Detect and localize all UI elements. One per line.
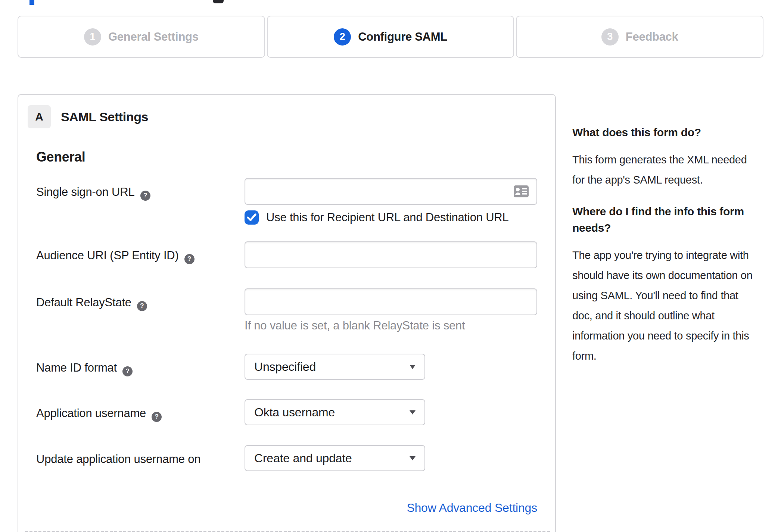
- chevron-down-icon: [410, 410, 416, 414]
- help-sidebar: What does this form do? This form genera…: [572, 124, 774, 379]
- step-2-label: Configure SAML: [358, 30, 447, 44]
- step-3-label: Feedback: [626, 30, 678, 44]
- help-icon[interactable]: ?: [152, 412, 162, 422]
- name-id-format-label: Name ID format?: [36, 354, 245, 376]
- advanced-settings-row: Show Advanced Settings: [36, 501, 537, 515]
- help-icon[interactable]: ?: [137, 301, 147, 311]
- step-configure-saml[interactable]: 2 Configure SAML: [267, 16, 514, 58]
- cutoff-logo-fragment: [29, 0, 34, 5]
- default-relaystate-label: Default RelayState?: [36, 288, 245, 311]
- update-app-username-select[interactable]: Create and update: [245, 445, 425, 471]
- step-1-circle: 1: [84, 28, 101, 46]
- recipient-url-check-row: Use this for Recipient URL and Destinati…: [245, 210, 537, 225]
- row-application-username: Application username? Okta username: [36, 399, 537, 425]
- audience-uri-label: Audience URI (SP Entity ID)?: [36, 241, 245, 264]
- recipient-url-checkbox[interactable]: [245, 210, 259, 225]
- cutoff-icon-fragment: [213, 0, 224, 3]
- step-1-label: General Settings: [108, 30, 199, 44]
- contact-card-icon[interactable]: [513, 185, 529, 198]
- audience-uri-label-text: Audience URI (SP Entity ID): [36, 249, 179, 262]
- sidebar-body-what: This form generates the XML needed for t…: [572, 150, 774, 190]
- section-title: SAML Settings: [61, 110, 148, 124]
- step-general-settings[interactable]: 1 General Settings: [18, 16, 265, 58]
- audience-uri-input[interactable]: [245, 241, 537, 268]
- recipient-url-checkbox-label[interactable]: Use this for Recipient URL and Destinati…: [266, 211, 509, 224]
- application-username-label-text: Application username: [36, 407, 146, 420]
- sso-url-label-text: Single sign-on URL: [36, 185, 135, 198]
- help-icon[interactable]: ?: [122, 366, 133, 376]
- default-relaystate-label-text: Default RelayState: [36, 296, 131, 309]
- application-username-select[interactable]: Okta username: [245, 399, 425, 425]
- step-2-circle: 2: [334, 28, 351, 46]
- help-icon[interactable]: ?: [184, 254, 195, 264]
- wizard-stepper: 1 General Settings 2 Configure SAML 3 Fe…: [18, 16, 763, 58]
- chevron-down-icon: [410, 365, 416, 369]
- row-update-app-username: Update application username on Create an…: [36, 445, 537, 471]
- name-id-format-label-text: Name ID format: [36, 361, 117, 374]
- row-default-relaystate: Default RelayState? If no value is set, …: [36, 288, 537, 332]
- update-app-username-label-text: Update application username on: [36, 453, 200, 466]
- update-app-username-label: Update application username on: [36, 445, 245, 466]
- application-username-value: Okta username: [254, 406, 335, 419]
- application-username-label: Application username?: [36, 399, 245, 422]
- row-name-id-format: Name ID format? Unspecified: [36, 354, 537, 380]
- sidebar-heading-what: What does this form do?: [572, 124, 774, 141]
- sidebar-body-where: The app you're trying to integrate with …: [572, 245, 774, 366]
- checkmark-icon: [247, 213, 256, 222]
- step-feedback[interactable]: 3 Feedback: [516, 16, 763, 58]
- row-single-sign-on-url: Single sign-on URL?: [36, 178, 537, 225]
- relaystate-helper-text: If no value is set, a blank RelayState i…: [245, 319, 537, 332]
- update-app-username-value: Create and update: [254, 451, 352, 465]
- sidebar-heading-where: Where do I find the info this form needs…: [572, 203, 774, 236]
- show-advanced-settings-link[interactable]: Show Advanced Settings: [407, 501, 537, 514]
- name-id-format-select[interactable]: Unspecified: [245, 354, 425, 380]
- default-relaystate-input[interactable]: [245, 288, 537, 315]
- row-audience-uri: Audience URI (SP Entity ID)?: [36, 241, 537, 268]
- chevron-down-icon: [410, 456, 416, 460]
- name-id-format-value: Unspecified: [254, 360, 316, 374]
- section-header: A SAML Settings: [28, 105, 555, 128]
- help-icon[interactable]: ?: [140, 191, 150, 201]
- section-badge-a: A: [28, 105, 51, 128]
- step-3-circle: 3: [601, 28, 619, 46]
- saml-settings-panel: A SAML Settings General Single sign-on U…: [18, 94, 556, 532]
- sso-url-input[interactable]: [245, 178, 537, 205]
- general-group-heading: General: [36, 149, 555, 165]
- sso-url-label: Single sign-on URL?: [36, 178, 245, 201]
